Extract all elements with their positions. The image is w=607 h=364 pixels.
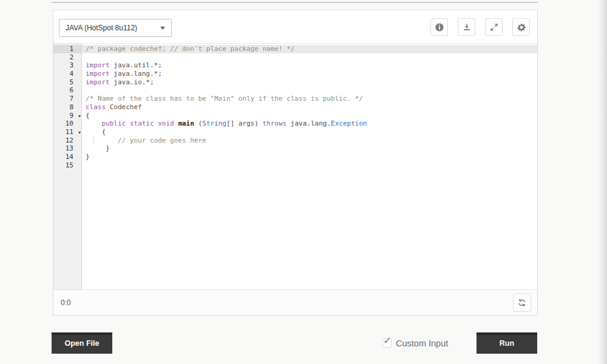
code-line[interactable]: import java.io.*; <box>82 78 537 87</box>
download-icon <box>462 22 472 32</box>
gutter-line-number[interactable]: 3 <box>53 61 81 70</box>
code-token-plain: } <box>86 144 110 152</box>
gutter-line-number[interactable]: 7 <box>53 95 81 103</box>
code-token-plain: { <box>86 128 106 136</box>
code-token-fn: main <box>178 120 194 127</box>
code-token-plain: [] args) <box>226 120 263 127</box>
run-button[interactable]: Run <box>476 332 537 354</box>
code-token-keyword: import <box>86 61 110 69</box>
gear-icon <box>517 22 526 32</box>
gutter-line-number[interactable]: 1 <box>53 45 81 53</box>
code-line[interactable]: import java.lang.*; <box>82 70 537 78</box>
code-line[interactable]: import java.util.*; <box>82 61 537 70</box>
cursor-position: 0:0 <box>61 298 71 307</box>
code-token-plain: java.lang. <box>287 120 331 127</box>
code-token-comment: // your code goes here <box>86 136 206 144</box>
code-token-keyword: public <box>102 120 126 127</box>
gutter-line-number[interactable]: 4 <box>53 70 81 78</box>
code-token-plain: java.lang.*; <box>110 70 162 78</box>
code-line[interactable]: class Codechef <box>82 103 537 112</box>
fullscreen-icon <box>489 22 499 32</box>
custom-input-checkbox[interactable]: ✓ <box>382 339 392 348</box>
code-line[interactable]: /* Name of the class has to be "Main" on… <box>82 95 537 103</box>
gutter-line-number[interactable]: 9▾ <box>53 112 81 120</box>
gutter-line-number[interactable]: 6 <box>53 86 81 95</box>
fullscreen-button[interactable] <box>485 18 503 36</box>
code-token-comment: /* package codechef; // don't place pack… <box>86 45 294 53</box>
custom-input-toggle[interactable]: ✓ Custom Input <box>382 332 448 354</box>
gutter-line-number[interactable]: 10 <box>53 120 81 128</box>
info-button[interactable] <box>430 18 448 36</box>
code-token-plain <box>86 120 102 127</box>
chevron-down-icon <box>160 27 165 30</box>
info-icon <box>435 22 444 32</box>
language-selector-value: JAVA (HotSpot 8u112) <box>66 24 157 32</box>
code-token-comment: /* Name of the class has to be "Main" on… <box>86 95 363 103</box>
action-bar: Open File ✓ Custom Input Run <box>0 332 607 354</box>
code-token-keyword: static <box>130 120 154 127</box>
code-token-plain: ( <box>194 120 202 127</box>
code-token-keyword: import <box>86 78 110 86</box>
code-line[interactable]: } <box>82 153 537 161</box>
code-token-plain <box>126 120 130 127</box>
gutter-line-number[interactable]: 13 <box>53 144 81 153</box>
code-token-keyword: void <box>158 120 174 127</box>
language-selector[interactable]: JAVA (HotSpot 8u112) <box>59 19 172 37</box>
code-token-plain: { <box>86 112 90 120</box>
open-file-button[interactable]: Open File <box>52 332 112 354</box>
code-line[interactable] <box>82 53 537 62</box>
code-line[interactable]: // your code goes here <box>82 136 537 145</box>
gutter-line-number[interactable]: 11▾ <box>53 128 81 136</box>
code-line[interactable]: /* package codechef; // don't place pack… <box>82 45 537 53</box>
ide-toolbar: JAVA (HotSpot 8u112) <box>53 10 537 43</box>
code-line[interactable]: { <box>82 128 537 136</box>
editor-content[interactable]: /* package codechef; // don't place pack… <box>82 44 537 289</box>
reset-code-button[interactable] <box>513 294 531 312</box>
gutter-line-number[interactable]: 5 <box>53 78 81 87</box>
gutter-line-number[interactable]: 2 <box>53 53 81 62</box>
code-editor: 123456789▾1011▾12131415 /* package codec… <box>53 43 537 289</box>
toolbar-actions <box>430 18 530 36</box>
code-line[interactable]: public static void main (String[] args) … <box>82 120 537 128</box>
code-line[interactable]: } <box>82 144 537 153</box>
code-token-plain: java.util.*; <box>110 61 162 69</box>
code-token-keyword: throws <box>262 120 287 127</box>
editor-gutter: 123456789▾1011▾12131415 <box>53 44 82 289</box>
gutter-line-number[interactable]: 15 <box>53 161 81 170</box>
fold-arrow-icon[interactable]: ▾ <box>78 129 81 137</box>
code-token-plain: Codechef <box>106 103 142 111</box>
settings-button[interactable] <box>512 18 530 36</box>
code-token-type: String <box>202 120 226 127</box>
page-scrollbar[interactable] <box>600 0 607 364</box>
code-token-keyword: import <box>86 70 110 78</box>
fold-arrow-icon[interactable]: ▾ <box>78 112 81 121</box>
ide-panel: JAVA (HotSpot 8u112) <box>53 10 538 315</box>
code-token-plain: } <box>86 153 90 161</box>
editor-statusbar: 0:0 <box>53 289 537 315</box>
checkmark-icon: ✓ <box>383 334 392 346</box>
gutter-line-number[interactable]: 12 <box>53 136 81 145</box>
top-divider <box>52 2 538 3</box>
code-line[interactable] <box>82 161 537 170</box>
indent-guide <box>93 137 94 144</box>
code-token-type: Exception <box>331 120 367 127</box>
code-line[interactable]: { <box>82 112 537 120</box>
gutter-line-number[interactable]: 8 <box>53 103 81 112</box>
custom-input-label: Custom Input <box>396 339 448 348</box>
download-button[interactable] <box>458 18 475 36</box>
refresh-icon <box>517 298 527 308</box>
code-token-keyword: class <box>86 103 106 111</box>
code-line[interactable] <box>82 86 537 95</box>
code-token-plain: java.io.*; <box>110 78 154 86</box>
gutter-line-number[interactable]: 14 <box>53 153 81 161</box>
